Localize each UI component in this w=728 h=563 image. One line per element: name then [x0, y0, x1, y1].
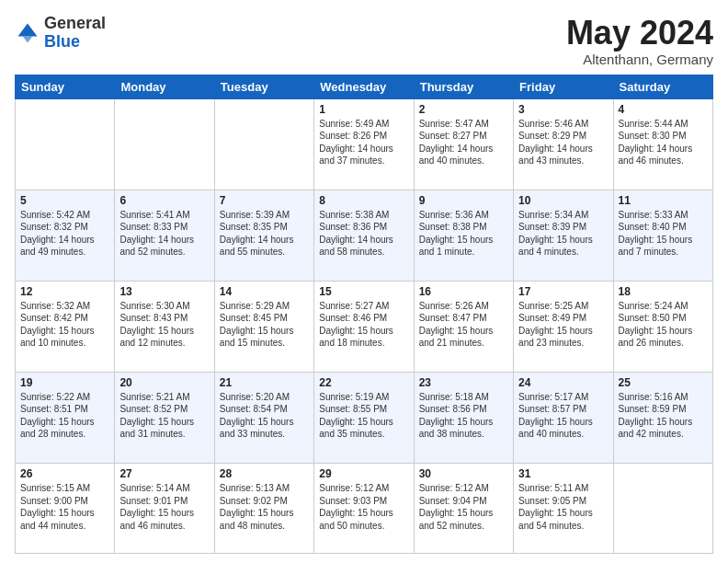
day-info: Sunrise: 5:15 AM Sunset: 9:00 PM Dayligh…: [20, 482, 109, 532]
table-cell: 18Sunrise: 5:24 AM Sunset: 8:50 PM Dayli…: [613, 281, 712, 372]
logo-general-text: General: [44, 14, 106, 32]
table-cell: 20Sunrise: 5:21 AM Sunset: 8:52 PM Dayli…: [115, 372, 214, 463]
day-info: Sunrise: 5:46 AM Sunset: 8:29 PM Dayligh…: [518, 118, 608, 167]
day-info: Sunrise: 5:38 AM Sunset: 8:36 PM Dayligh…: [319, 209, 408, 259]
col-friday: Friday: [514, 75, 613, 98]
calendar-table: Sunday Monday Tuesday Wednesday Thursday…: [15, 75, 713, 554]
day-number: 25: [619, 376, 708, 389]
table-cell: 15Sunrise: 5:27 AM Sunset: 8:46 PM Dayli…: [314, 281, 414, 372]
title-location: Altenthann, Germany: [566, 52, 713, 67]
table-cell: 23Sunrise: 5:18 AM Sunset: 8:56 PM Dayli…: [414, 372, 513, 463]
table-cell: 29Sunrise: 5:12 AM Sunset: 9:03 PM Dayli…: [314, 464, 414, 554]
day-number: 3: [518, 103, 608, 116]
day-number: 7: [220, 194, 309, 207]
col-monday: Monday: [115, 75, 214, 98]
logo-blue-text: Blue: [44, 32, 80, 51]
day-number: 20: [119, 376, 209, 389]
day-number: 18: [619, 285, 708, 298]
day-info: Sunrise: 5:39 AM Sunset: 8:35 PM Dayligh…: [220, 209, 309, 259]
col-tuesday: Tuesday: [214, 75, 313, 98]
table-cell: 30Sunrise: 5:12 AM Sunset: 9:04 PM Dayli…: [414, 464, 513, 554]
table-cell: 9Sunrise: 5:36 AM Sunset: 8:38 PM Daylig…: [414, 190, 513, 281]
day-number: 21: [220, 376, 309, 389]
day-number: 17: [518, 285, 608, 298]
week-row-3: 12Sunrise: 5:32 AM Sunset: 8:42 PM Dayli…: [16, 281, 713, 372]
day-info: Sunrise: 5:19 AM Sunset: 8:55 PM Dayligh…: [319, 391, 408, 441]
day-info: Sunrise: 5:26 AM Sunset: 8:47 PM Dayligh…: [419, 300, 508, 350]
calendar-header-row: Sunday Monday Tuesday Wednesday Thursday…: [16, 75, 713, 98]
col-sunday: Sunday: [16, 75, 115, 98]
table-cell: 22Sunrise: 5:19 AM Sunset: 8:55 PM Dayli…: [314, 372, 414, 463]
day-info: Sunrise: 5:36 AM Sunset: 8:38 PM Dayligh…: [419, 209, 508, 259]
table-cell: 27Sunrise: 5:14 AM Sunset: 9:01 PM Dayli…: [115, 464, 214, 554]
day-number: 19: [20, 376, 109, 389]
day-number: 27: [119, 467, 209, 480]
table-cell: 12Sunrise: 5:32 AM Sunset: 8:42 PM Dayli…: [16, 281, 115, 372]
logo: General Blue: [15, 15, 106, 52]
table-cell: [115, 98, 214, 190]
day-info: Sunrise: 5:24 AM Sunset: 8:50 PM Dayligh…: [619, 300, 708, 350]
table-cell: 31Sunrise: 5:11 AM Sunset: 9:05 PM Dayli…: [514, 464, 613, 554]
table-cell: 21Sunrise: 5:20 AM Sunset: 8:54 PM Dayli…: [214, 372, 313, 463]
day-info: Sunrise: 5:18 AM Sunset: 8:56 PM Dayligh…: [419, 391, 508, 441]
col-wednesday: Wednesday: [314, 75, 414, 98]
table-cell: 7Sunrise: 5:39 AM Sunset: 8:35 PM Daylig…: [214, 190, 313, 281]
day-number: 16: [419, 285, 508, 298]
day-info: Sunrise: 5:30 AM Sunset: 8:43 PM Dayligh…: [119, 300, 209, 350]
day-number: 11: [619, 194, 708, 207]
table-cell: 5Sunrise: 5:42 AM Sunset: 8:32 PM Daylig…: [16, 190, 115, 281]
table-cell: 14Sunrise: 5:29 AM Sunset: 8:45 PM Dayli…: [214, 281, 313, 372]
day-number: 10: [518, 194, 608, 207]
day-number: 28: [220, 467, 309, 480]
table-cell: 26Sunrise: 5:15 AM Sunset: 9:00 PM Dayli…: [16, 464, 115, 554]
day-number: 12: [20, 285, 109, 298]
day-info: Sunrise: 5:49 AM Sunset: 8:26 PM Dayligh…: [319, 118, 408, 167]
day-number: 22: [319, 376, 408, 389]
day-number: 26: [20, 467, 109, 480]
table-cell: 28Sunrise: 5:13 AM Sunset: 9:02 PM Dayli…: [214, 464, 313, 554]
table-cell: 10Sunrise: 5:34 AM Sunset: 8:39 PM Dayli…: [514, 190, 613, 281]
table-cell: 3Sunrise: 5:46 AM Sunset: 8:29 PM Daylig…: [514, 98, 613, 190]
day-info: Sunrise: 5:41 AM Sunset: 8:33 PM Dayligh…: [119, 209, 209, 259]
table-cell: [214, 98, 313, 190]
day-info: Sunrise: 5:21 AM Sunset: 8:52 PM Dayligh…: [119, 391, 209, 441]
day-info: Sunrise: 5:14 AM Sunset: 9:01 PM Dayligh…: [119, 482, 209, 532]
week-row-5: 26Sunrise: 5:15 AM Sunset: 9:00 PM Dayli…: [16, 464, 713, 554]
day-info: Sunrise: 5:47 AM Sunset: 8:27 PM Dayligh…: [419, 118, 508, 167]
table-cell: 13Sunrise: 5:30 AM Sunset: 8:43 PM Dayli…: [115, 281, 214, 372]
day-number: 14: [220, 285, 309, 298]
day-info: Sunrise: 5:11 AM Sunset: 9:05 PM Dayligh…: [518, 482, 608, 532]
day-number: 9: [419, 194, 508, 207]
day-info: Sunrise: 5:17 AM Sunset: 8:57 PM Dayligh…: [518, 391, 608, 441]
day-number: 29: [319, 467, 408, 480]
week-row-4: 19Sunrise: 5:22 AM Sunset: 8:51 PM Dayli…: [16, 372, 713, 463]
svg-marker-0: [18, 23, 38, 36]
table-cell: 4Sunrise: 5:44 AM Sunset: 8:30 PM Daylig…: [613, 98, 712, 190]
day-info: Sunrise: 5:22 AM Sunset: 8:51 PM Dayligh…: [20, 391, 109, 441]
day-number: 15: [319, 285, 408, 298]
table-cell: 19Sunrise: 5:22 AM Sunset: 8:51 PM Dayli…: [16, 372, 115, 463]
day-number: 2: [419, 103, 508, 116]
day-number: 24: [518, 376, 608, 389]
day-number: 1: [319, 103, 408, 116]
day-number: 4: [619, 103, 708, 116]
page: General Blue May 2024 Altenthann, German…: [0, 0, 728, 563]
day-number: 6: [119, 194, 209, 207]
col-thursday: Thursday: [414, 75, 513, 98]
day-info: Sunrise: 5:33 AM Sunset: 8:40 PM Dayligh…: [619, 209, 708, 259]
title-block: May 2024 Altenthann, Germany: [566, 15, 713, 67]
table-cell: 24Sunrise: 5:17 AM Sunset: 8:57 PM Dayli…: [514, 372, 613, 463]
day-info: Sunrise: 5:16 AM Sunset: 8:59 PM Dayligh…: [619, 391, 708, 441]
week-row-1: 1Sunrise: 5:49 AM Sunset: 8:26 PM Daylig…: [16, 98, 713, 190]
day-number: 30: [419, 467, 508, 480]
day-info: Sunrise: 5:25 AM Sunset: 8:49 PM Dayligh…: [518, 300, 608, 350]
day-number: 5: [20, 194, 109, 207]
col-saturday: Saturday: [613, 75, 712, 98]
table-cell: 17Sunrise: 5:25 AM Sunset: 8:49 PM Dayli…: [514, 281, 613, 372]
day-info: Sunrise: 5:12 AM Sunset: 9:04 PM Dayligh…: [419, 482, 508, 532]
day-info: Sunrise: 5:27 AM Sunset: 8:46 PM Dayligh…: [319, 300, 408, 350]
week-row-2: 5Sunrise: 5:42 AM Sunset: 8:32 PM Daylig…: [16, 190, 713, 281]
table-cell: 16Sunrise: 5:26 AM Sunset: 8:47 PM Dayli…: [414, 281, 513, 372]
day-info: Sunrise: 5:42 AM Sunset: 8:32 PM Dayligh…: [20, 209, 109, 259]
table-cell: 1Sunrise: 5:49 AM Sunset: 8:26 PM Daylig…: [314, 98, 414, 190]
